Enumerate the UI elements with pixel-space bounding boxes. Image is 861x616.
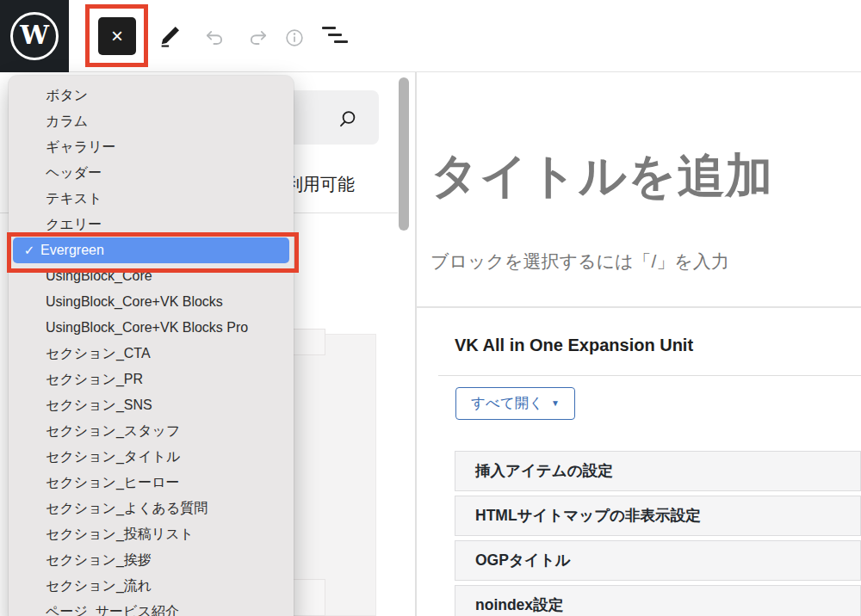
toolbar-bottom-border: [0, 71, 861, 72]
expand-all-button[interactable]: すべて開く ▼: [455, 387, 575, 420]
chevron-down-icon: ▼: [551, 399, 560, 408]
dropdown-item-header[interactable]: ヘッダー: [9, 160, 294, 186]
block-appender-placeholder[interactable]: ブロックを選択するには「/」を入力: [430, 249, 729, 274]
accordion-row-html-sitemap[interactable]: HTMLサイトマップの非表示設定: [455, 496, 861, 536]
panel-scrollbar-thumb[interactable]: [399, 77, 409, 231]
wordpress-logo-letter: W: [20, 22, 49, 48]
dropdown-item-usingblock-core-vk-pro[interactable]: UsingBlock_Core+VK Blocks Pro: [9, 315, 294, 341]
dropdown-item-buttons[interactable]: ボタン: [9, 83, 294, 108]
search-icon: [336, 108, 358, 131]
dropdown-item-section-flow[interactable]: セクション_流れ: [9, 573, 294, 599]
dropdown-item-section-greeting[interactable]: セクション_挨拶: [9, 547, 294, 573]
dropdown-item-text[interactable]: テキスト: [9, 186, 294, 212]
pencil-icon: [157, 23, 183, 49]
post-title-placeholder[interactable]: タイトルを追加: [430, 145, 773, 208]
dropdown-item-section-cta[interactable]: セクション_CTA: [9, 341, 294, 367]
edit-mode-button[interactable]: [157, 23, 183, 49]
metabox-title-divider: [438, 375, 861, 376]
patterns-available-label: 利用可能: [286, 173, 355, 196]
list-view-icon: [322, 25, 350, 46]
metabox-title: VK All in One Expansion Unit: [455, 336, 693, 355]
dropdown-item-usingblock-core-vk[interactable]: UsingBlock_Core+VK Blocks: [9, 289, 294, 315]
dropdown-item-section-postlist[interactable]: セクション_投稿リスト: [9, 521, 294, 547]
dropdown-item-section-hero[interactable]: セクション_ヒーロー: [9, 470, 294, 496]
dropdown-item-section-staff[interactable]: セクション_スタッフ: [9, 418, 294, 444]
dropdown-item-columns[interactable]: カラム: [9, 108, 294, 134]
accordion-row-ogp-title[interactable]: OGPタイトル: [455, 540, 861, 581]
dropdown-item-section-title[interactable]: セクション_タイトル: [9, 444, 294, 470]
undo-button[interactable]: [203, 27, 226, 49]
wordpress-logo-button[interactable]: W: [0, 0, 69, 72]
wordpress-logo-icon: W: [10, 12, 59, 60]
document-overview-info-button[interactable]: [283, 27, 306, 49]
pattern-category-dropdown: ボタン カラム ギャラリー ヘッダー テキスト クエリー ✓ Evergreen…: [9, 76, 294, 616]
accordion-row-noindex[interactable]: noindex設定: [455, 585, 861, 616]
accordion-row-insert-item-settings[interactable]: 挿入アイテムの設定: [455, 451, 861, 491]
expand-all-label: すべて開く: [471, 394, 543, 413]
dropdown-item-gallery[interactable]: ギャラリー: [9, 134, 294, 160]
annotation-box-evergreen: [7, 232, 299, 273]
undo-icon: [203, 27, 226, 49]
metabox-top-border: [416, 306, 861, 308]
wordpress-block-editor: W ×: [0, 0, 861, 616]
panel-right-border: [415, 72, 417, 616]
info-icon: [283, 27, 306, 49]
redo-button[interactable]: [247, 27, 269, 49]
list-view-button[interactable]: [322, 25, 350, 46]
redo-icon: [247, 27, 269, 49]
dropdown-item-page-service[interactable]: ページ_サービス紹介: [9, 599, 294, 616]
dropdown-item-section-sns[interactable]: セクション_SNS: [9, 392, 294, 418]
dropdown-item-section-faq[interactable]: セクション_よくある質問: [9, 496, 294, 521]
dropdown-item-section-pr[interactable]: セクション_PR: [9, 367, 294, 392]
annotation-box-close-button: [85, 4, 148, 67]
